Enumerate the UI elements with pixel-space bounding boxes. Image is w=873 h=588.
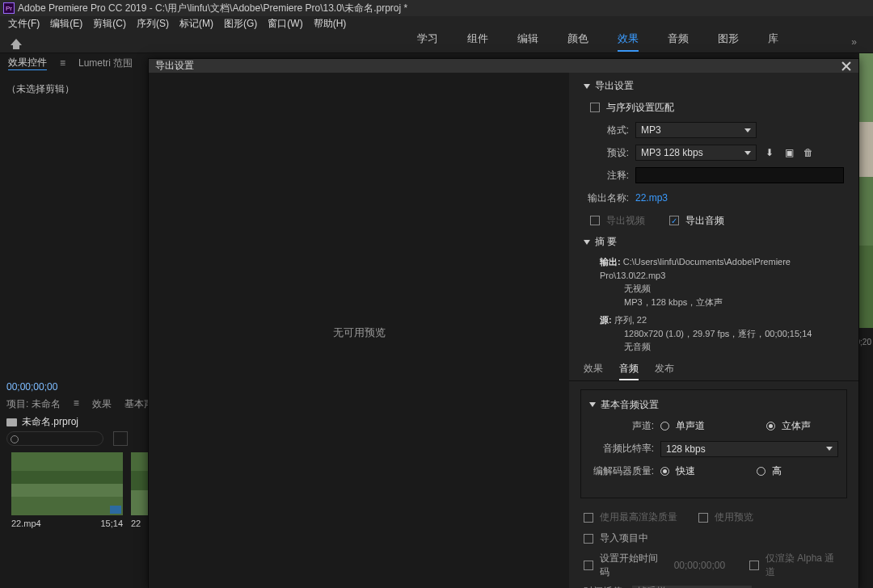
nav-audio[interactable]: 音频 [668,32,689,52]
export-settings-heading: 导出设置 [595,79,634,93]
bin-item[interactable]: 22.mp415;14 [11,452,123,528]
nav-more[interactable]: » [851,36,857,48]
nav-graphics[interactable]: 图形 [718,32,739,52]
summary-heading: 摘 要 [595,235,617,249]
delete-preset-button[interactable]: 🗑 [802,146,815,159]
bottom-options: 使用最高渲染质量 使用预览 导入项目中 设置开始时间码 00;00;00;00 … [569,506,858,589]
home-button[interactable] [5,31,27,53]
match-sequence-label: 与序列设置匹配 [606,101,674,115]
menu-sequence[interactable]: 序列(S) [137,17,169,31]
high-radio[interactable] [757,467,765,476]
dialog-header: 导出设置 [149,59,858,73]
output-name-label: 输出名称: [584,191,629,205]
basic-audio-settings: 基本音频设置 声道: 单声道 立体声 音频比特率: 128 kbps 编解码器质… [580,389,847,498]
max-render-checkbox [584,513,593,523]
mono-radio[interactable] [660,422,669,430]
workspace-nav: 学习 组件 编辑 颜色 效果 音频 图形 库 » [0,31,873,53]
new-bin-button[interactable] [113,431,128,446]
tab-publish[interactable]: 发布 [655,362,674,380]
home-icon [11,39,22,45]
menu-bar: 文件(F) 编辑(E) 剪辑(C) 序列(S) 标记(M) 图形(G) 窗口(W… [0,16,873,31]
menu-clip[interactable]: 剪辑(C) [93,17,126,31]
import-project-checkbox[interactable] [584,534,593,544]
stereo-label: 立体声 [782,419,811,433]
settings-pane: 导出设置 与序列设置匹配 格式: MP3 预设: MP3 128 kbps ⬇ … [569,73,858,588]
preset-label: 预设: [584,146,629,160]
nav-color[interactable]: 颜色 [567,32,588,52]
twist-icon[interactable] [589,402,596,407]
format-value: MP3 [641,124,661,136]
menu-window[interactable]: 窗口(W) [268,17,302,31]
preview-pane: 无可用预览 00;00;00;00 00;00;15;14 源范围: 序列切入/… [149,73,569,588]
chevron-down-icon [826,447,833,451]
clip-name: 22.mp4 [11,519,41,528]
audio-bitrate-value: 128 kbps [666,443,706,455]
preset-select[interactable]: MP3 128 kbps [635,145,757,161]
preset-value: MP3 128 kbps [641,147,703,158]
fast-radio[interactable] [660,467,669,476]
tab-lumetri[interactable]: Lumetri 范围 [78,57,133,70]
channels-label: 声道: [589,419,654,433]
tab-project[interactable]: 项目: 未命名 [6,397,61,411]
clip-thumbnail [11,452,123,515]
format-select[interactable]: MP3 [635,122,757,138]
start-tc-value: 00;00;00;00 [674,560,725,571]
title-bar: Pr Adobe Premiere Pro CC 2019 - C:\用户\li… [0,0,873,16]
nav-libraries[interactable]: 库 [768,32,778,52]
tab-effects-panel[interactable]: 效果 [92,397,112,411]
chevron-down-icon [744,128,751,132]
menu-help[interactable]: 帮助(H) [314,17,347,31]
close-button[interactable] [841,61,852,72]
tab-audio[interactable]: 音频 [619,362,639,380]
output-name-link[interactable]: 22.mp3 [635,192,668,204]
menu-graphics[interactable]: 图形(G) [224,17,257,31]
audio-bitrate-select[interactable]: 128 kbps [660,441,838,457]
clip-duration: 15;14 [100,519,123,528]
chevron-down-icon [744,151,751,155]
use-preview-checkbox [698,513,708,523]
export-audio-checkbox[interactable] [669,216,679,225]
format-label: 格式: [584,124,629,137]
time-interp-value: 帧采样 [637,585,666,588]
set-start-tc-checkbox[interactable] [584,561,593,570]
nav-effects[interactable]: 效果 [618,32,639,52]
nav-edit[interactable]: 编辑 [517,32,538,52]
set-start-tc-label: 设置开始时间码 [600,552,668,579]
alpha-only-label: 仅渲染 Alpha 通道 [765,552,844,579]
program-monitor-sliver [859,53,873,328]
export-settings-dialog: 导出设置 无可用预览 00;00;00;00 00;00;15;14 源范围: [148,58,859,588]
tab-effect-controls[interactable]: 效果控件 [8,56,47,70]
comment-label: 注释: [584,169,629,183]
export-audio-label: 导出音频 [685,214,724,228]
audio-bitrate-label: 音频比特率: [589,442,654,456]
preview-area: 无可用预览 [149,73,569,588]
stereo-radio[interactable] [766,422,775,430]
nav-assembly[interactable]: 组件 [467,32,488,52]
folder-icon [6,418,17,426]
basic-audio-heading: 基本音频设置 [601,398,659,412]
project-search-input[interactable] [6,431,103,446]
import-project-label: 导入项目中 [600,531,648,545]
use-preview-label: 使用预览 [715,510,753,524]
import-preset-button[interactable]: ▣ [782,146,795,159]
time-interp-select: 帧采样 [631,585,753,589]
comment-input[interactable] [635,167,844,183]
time-interp-label: 时间插值: [584,585,625,588]
app-icon: Pr [3,2,15,14]
export-video-label: 导出视频 [606,214,645,228]
menu-edit[interactable]: 编辑(E) [50,17,82,31]
twist-icon[interactable] [584,84,590,89]
alpha-only-checkbox [749,561,759,570]
nav-learn[interactable]: 学习 [417,32,438,52]
twist-icon[interactable] [584,240,590,245]
menu-markers[interactable]: 标记(M) [179,17,213,31]
fast-label: 快速 [676,464,695,478]
project-filename: 未命名.prproj [22,415,78,429]
clip-name: 22 [131,519,141,528]
tab-effects[interactable]: 效果 [584,362,603,380]
save-preset-button[interactable]: ⬇ [763,146,776,159]
mono-label: 单声道 [676,419,705,433]
match-sequence-checkbox[interactable] [590,103,600,112]
menu-file[interactable]: 文件(F) [8,17,40,31]
codec-quality-label: 编解码器质量: [589,464,654,478]
